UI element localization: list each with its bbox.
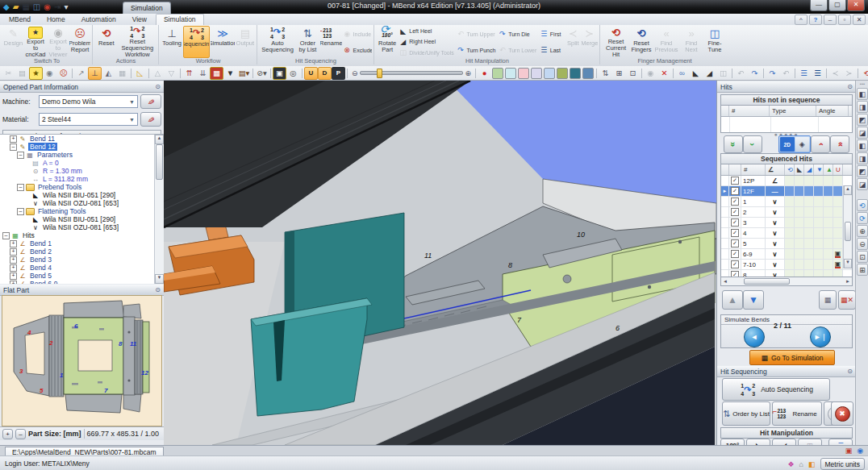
export-viewer-button[interactable]: ◉ Export to Viewer xyxy=(48,26,69,58)
scroll-left-icon[interactable]: ◄ xyxy=(723,279,728,284)
export-cnckad-icon[interactable]: ★ xyxy=(29,67,43,80)
right-heel-button[interactable]: ◢ Right Heel xyxy=(399,37,455,47)
machine-setup-icon[interactable]: ▦ xyxy=(22,1,29,13)
export-cnckad-button[interactable]: ★ Export to cncKad xyxy=(24,26,47,58)
divide-small-icon[interactable]: ◫ xyxy=(716,67,730,80)
sequenced-hit-row-12f[interactable]: ►✓12F— xyxy=(721,186,852,197)
punch-down-icon[interactable]: ⇊ xyxy=(196,67,210,80)
tab-home[interactable]: Home xyxy=(40,15,73,25)
child-restore-button[interactable]: ▫ xyxy=(838,15,851,25)
tab-view[interactable]: View xyxy=(125,15,154,25)
pin-icon[interactable]: ⊙ xyxy=(155,286,161,293)
hit-checkbox[interactable]: ✓ xyxy=(731,239,739,247)
zoom-slider[interactable]: ⊖⊕ xyxy=(352,69,471,78)
reset-fingers-button[interactable]: ⟲ Reset Fingers xyxy=(630,26,653,58)
left-heel-small-icon[interactable]: ◣ xyxy=(689,67,703,80)
turn-punch-small-icon[interactable]: ↷ xyxy=(748,67,762,80)
axis-p-button[interactable]: P xyxy=(332,67,345,80)
maximize-button[interactable]: ▢ xyxy=(828,0,846,11)
tree-item-wila-nsii-biu-051-290[interactable]: ◣Wila NSII BIU-051 [290] xyxy=(0,191,164,199)
hit-checkbox[interactable]: ✓ xyxy=(731,208,739,216)
order-by-list-button[interactable]: ⇅ Order by List xyxy=(296,26,319,58)
flip-down-icon[interactable]: ▽ xyxy=(165,67,178,80)
units-indicator[interactable]: Metric units xyxy=(820,458,865,470)
fingers-clear-button[interactable]: ▦✕ xyxy=(838,290,856,310)
tree-toggle-icon[interactable]: + xyxy=(10,256,17,264)
axis-d-button[interactable]: D xyxy=(318,67,332,80)
tree-item-flattening-tools[interactable]: –Flattening Tools xyxy=(0,207,164,215)
tooling-button[interactable]: ⊥ Tooling xyxy=(161,26,182,58)
zoom-in-icon[interactable]: ⊕ xyxy=(465,69,471,77)
hit-checkbox[interactable]: ✓ xyxy=(731,250,739,258)
tree-item-hits[interactable]: –▦Hits xyxy=(0,231,164,239)
reset-current-hit-button[interactable]: ⟲ Reset Current Hit xyxy=(603,26,629,58)
sequenced-hit-row-3[interactable]: ✓3∨ xyxy=(721,218,852,228)
tab-automation[interactable]: Automation xyxy=(74,15,123,25)
color-tool-swatch[interactable] xyxy=(518,68,529,79)
sequenced-hit-row-4[interactable]: ✓4∨ xyxy=(721,228,852,239)
sequenced-hit-row-6-9[interactable]: ✓6-9∨▣ xyxy=(721,249,852,260)
view-iso-4-button[interactable]: ◪ xyxy=(857,127,868,139)
left-heel-button[interactable]: ◣ xyxy=(746,439,770,445)
turn-die-small-icon[interactable]: ↷ xyxy=(766,67,779,80)
network-icon[interactable]: ◫ xyxy=(33,1,40,13)
problem-report-button[interactable]: ☹ Problem Report xyxy=(69,26,90,58)
rename-button[interactable]: 213123⌐ Rename xyxy=(772,401,822,426)
sequenced-hit-row-5[interactable]: ✓5∨ xyxy=(721,239,852,249)
tooling-small-icon[interactable]: ⊥ xyxy=(88,67,102,80)
include-small-icon[interactable]: ◉ xyxy=(644,67,657,80)
reorder-hit-down-button[interactable]: ▼ xyxy=(743,290,764,310)
rotate-part-button[interactable]: ⟳180° Rotate Part xyxy=(377,26,398,58)
ruler-icon[interactable]: ◺ xyxy=(133,67,147,80)
color-flange-swatch[interactable] xyxy=(505,68,516,79)
last-small-icon[interactable]: ☰ xyxy=(811,67,824,80)
move-up-button[interactable]: › xyxy=(811,135,830,153)
link-tools-icon[interactable]: ∞ xyxy=(675,67,689,80)
scroll-up-icon[interactable]: ▲ xyxy=(844,185,852,195)
cut-icon[interactable]: ✂ xyxy=(2,67,15,80)
rotate-180-button[interactable]: 180° xyxy=(720,439,745,445)
scrollbar-thumb[interactable] xyxy=(744,278,790,285)
child-minimize-button[interactable]: – xyxy=(824,15,837,25)
hit-list-button[interactable]: ☰ xyxy=(828,439,853,445)
hit-checkbox[interactable]: ✓ xyxy=(731,177,739,185)
close-button[interactable]: ✕ xyxy=(847,0,865,11)
sequenced-hit-row-2[interactable]: ✓2∨ xyxy=(721,207,852,218)
tree-item-wila-nsii-ozu-081-653[interactable]: ∨Wila NSII OZU-081 [653] xyxy=(0,199,164,207)
exit-icon[interactable]: ⇥ xyxy=(54,1,61,13)
hit-checkbox[interactable]: ✓ xyxy=(731,260,739,268)
axis-u-button[interactable]: U xyxy=(304,67,318,80)
first-button[interactable]: ☰ First xyxy=(540,29,565,39)
split-small-icon[interactable]: ≺ xyxy=(828,67,842,80)
machine-pick-button[interactable]: ✎ xyxy=(140,94,161,109)
record-sim-button[interactable]: ● xyxy=(478,67,491,80)
view-front-button[interactable]: ◧ xyxy=(857,139,868,152)
color-punch-swatch[interactable] xyxy=(570,68,581,79)
auto-sequencing-button[interactable]: 1243↷ Auto Sequencing xyxy=(260,26,295,58)
find-previous-button[interactable]: « Find Previous xyxy=(653,26,679,58)
auto-sequencing-button[interactable]: 1243↷ Auto Sequencing xyxy=(722,378,830,401)
renumber-icon[interactable]: ⊞ xyxy=(612,67,626,80)
turn-die-button[interactable]: ↷ Turn Die xyxy=(498,29,539,39)
scrollbar-thumb[interactable] xyxy=(845,222,851,241)
ribbon-collapse-icon[interactable]: ^ xyxy=(795,15,807,25)
divide-unify-button[interactable]: ◫ xyxy=(798,439,822,445)
scroll-up-icon[interactable]: ▲ xyxy=(155,135,164,144)
flat-part-preview[interactable]: 423561811127 xyxy=(2,295,162,426)
scroll-down-icon[interactable]: ▼ xyxy=(155,274,164,284)
fetch-part-icon[interactable]: ↗ xyxy=(74,67,88,80)
theme-icon[interactable]: ❖ xyxy=(788,460,795,468)
color-backgauge-swatch[interactable] xyxy=(582,68,594,79)
sequenced-hit-row-7-10[interactable]: ✓7-10∨▣ xyxy=(721,260,852,270)
tree-item-wila-nsii-biu-051-290[interactable]: ◣Wila NSII BIU-051 [290] xyxy=(0,215,164,223)
color-machine-swatch[interactable] xyxy=(544,68,555,79)
hit-checkbox[interactable]: ✓ xyxy=(731,187,739,195)
home-icon[interactable]: ⌂ xyxy=(799,460,803,468)
pin-icon[interactable]: ⊙ xyxy=(847,83,853,90)
previous-bend-button[interactable]: ◄ xyxy=(744,327,765,347)
output-button[interactable]: ▤ Output xyxy=(236,26,255,58)
scrollbar-thumb[interactable] xyxy=(156,144,163,180)
notes-icon[interactable]: ▤▾ xyxy=(237,67,251,80)
die-view-icon[interactable]: ▦ xyxy=(210,67,223,80)
app-icon[interactable]: ◆ xyxy=(3,1,10,13)
